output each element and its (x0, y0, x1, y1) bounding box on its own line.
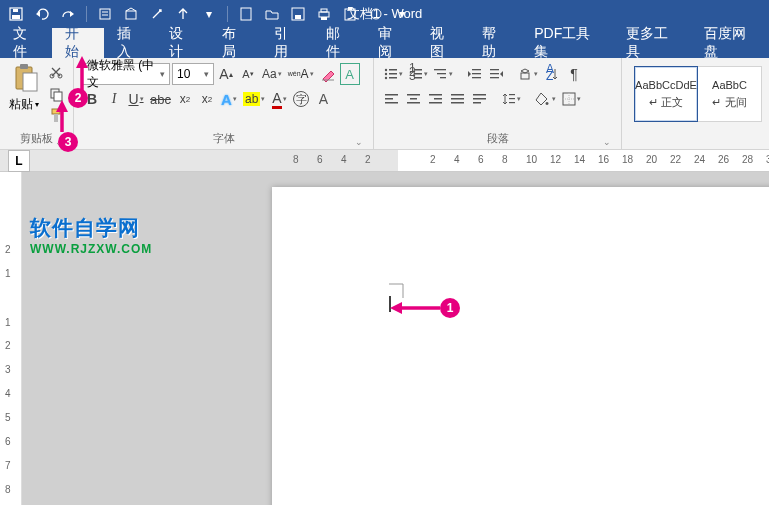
cut-icon[interactable] (46, 62, 66, 82)
svg-rect-59 (473, 94, 486, 96)
indent-left-icon[interactable] (465, 63, 485, 85)
svg-point-27 (385, 77, 387, 79)
qat-icon-1[interactable] (95, 4, 115, 24)
enclosed-char-icon[interactable]: 字 (291, 88, 311, 110)
svg-rect-40 (472, 77, 481, 78)
tab-pdf[interactable]: PDF工具集 (521, 28, 612, 58)
multilevel-icon[interactable] (432, 63, 455, 85)
qat-icon-3[interactable] (147, 4, 167, 24)
group-font-label: 字体 (78, 129, 369, 149)
svg-rect-64 (509, 102, 515, 103)
align-right-icon[interactable] (426, 88, 446, 110)
tab-references[interactable]: 引用 (261, 28, 313, 58)
char-shading-icon[interactable]: A (313, 88, 333, 110)
tab-selector[interactable]: L (8, 150, 30, 172)
phonetic-icon[interactable]: wénA (286, 63, 316, 85)
char-border-icon[interactable]: A (340, 63, 360, 85)
style-normal[interactable]: AaBbCcDdE ↵ 正文 (634, 66, 698, 122)
style-preview: AaBbC (712, 79, 747, 91)
annotation-arrow-1 (390, 300, 460, 316)
superscript-icon[interactable]: x2 (197, 88, 217, 110)
grow-font-icon[interactable]: A▴ (216, 63, 236, 85)
svg-point-25 (385, 73, 387, 75)
line-spacing-icon[interactable] (500, 88, 523, 110)
paste-button[interactable]: 粘贴▾ (4, 60, 44, 113)
svg-rect-38 (472, 69, 481, 70)
tab-mailings[interactable]: 邮件 (313, 28, 365, 58)
highlight-icon[interactable]: ab (241, 88, 267, 110)
tab-layout[interactable]: 布局 (209, 28, 261, 58)
tab-file[interactable]: 文件 (0, 28, 52, 58)
svg-rect-5 (241, 8, 251, 20)
copy-icon[interactable] (46, 84, 66, 104)
bullets-icon[interactable] (382, 63, 405, 85)
qat-dd-icon[interactable]: ▾ (199, 4, 219, 24)
align-distribute-icon[interactable] (470, 88, 490, 110)
annotation-arrow-2 (74, 58, 94, 98)
text-effects-icon[interactable]: A (219, 88, 239, 110)
align-justify-icon[interactable] (448, 88, 468, 110)
font-name-combo[interactable]: 微软雅黑 (中文▾ (82, 63, 170, 85)
document-area[interactable]: 软件自学网 WWW.RJZXW.COM 1 (22, 172, 769, 505)
svg-rect-26 (389, 73, 397, 75)
numbering-icon[interactable]: 123 (407, 63, 430, 85)
qat-icon-2[interactable] (121, 4, 141, 24)
horizontal-ruler[interactable]: 864224681012141618202224262830 (34, 150, 769, 171)
italic-icon[interactable]: I (104, 88, 124, 110)
svg-rect-3 (100, 9, 110, 19)
svg-rect-52 (407, 102, 420, 104)
tab-more[interactable]: 更多工具 (613, 28, 691, 58)
shading-icon[interactable] (533, 88, 558, 110)
tab-view[interactable]: 视图 (417, 28, 469, 58)
borders-icon[interactable] (560, 88, 583, 110)
strike-icon[interactable]: abc (148, 88, 173, 110)
qat-icon-4[interactable] (173, 4, 193, 24)
save2-icon[interactable] (288, 4, 308, 24)
shrink-font-icon[interactable]: A▾ (238, 63, 258, 85)
tab-home[interactable]: 开始 (52, 28, 104, 58)
svg-rect-37 (440, 77, 446, 78)
tab-insert[interactable]: 插入 (104, 28, 156, 58)
redo-icon[interactable] (58, 4, 78, 24)
svg-rect-24 (389, 69, 397, 71)
show-marks-icon[interactable]: ¶ (564, 63, 584, 85)
indent-right-icon[interactable] (487, 63, 507, 85)
change-case-icon[interactable]: Aa (260, 63, 284, 85)
svg-rect-20 (54, 92, 62, 101)
tab-baidu[interactable]: 百度网盘 (691, 28, 769, 58)
tab-design[interactable]: 设计 (156, 28, 208, 58)
subscript-icon[interactable]: x2 (175, 88, 195, 110)
underline-icon[interactable]: U (126, 88, 146, 110)
svg-rect-34 (414, 77, 422, 79)
sort-icon[interactable]: AZ (542, 63, 562, 85)
font-name-value: 微软雅黑 (中文 (87, 57, 160, 91)
page[interactable] (272, 187, 769, 505)
svg-rect-41 (490, 69, 499, 70)
undo-icon[interactable] (32, 4, 52, 24)
print-icon[interactable] (314, 4, 334, 24)
svg-rect-53 (429, 94, 442, 96)
tab-help[interactable]: 帮助 (469, 28, 521, 58)
tab-review[interactable]: 审阅 (365, 28, 417, 58)
svg-point-23 (385, 69, 387, 71)
watermark-title: 软件自学网 (30, 214, 152, 242)
clear-format-icon[interactable] (318, 63, 338, 85)
svg-rect-44 (521, 73, 529, 79)
open-icon[interactable] (262, 4, 282, 24)
font-size-combo[interactable]: 10▾ (172, 63, 214, 85)
align-left-icon[interactable] (382, 88, 402, 110)
style-nospacing[interactable]: AaBbC ↵ 无间 (698, 66, 762, 122)
svg-rect-66 (392, 168, 402, 171)
new-doc-icon[interactable] (236, 4, 256, 24)
svg-rect-62 (509, 94, 515, 95)
svg-rect-55 (429, 102, 442, 104)
vertical-ruler[interactable]: 2112345678 (0, 172, 22, 505)
font-color-icon[interactable]: A (269, 88, 289, 110)
document-title: 文档1 - Word (347, 5, 423, 23)
group-styles: AaBbCcDdE ↵ 正文 AaBbC ↵ 无间 (622, 58, 769, 149)
save-icon[interactable] (6, 4, 26, 24)
asian-layout-icon[interactable] (517, 63, 540, 85)
group-paragraph-label: 段落 (378, 129, 617, 149)
align-center-icon[interactable] (404, 88, 424, 110)
style-name: ↵ 正文 (649, 95, 683, 110)
